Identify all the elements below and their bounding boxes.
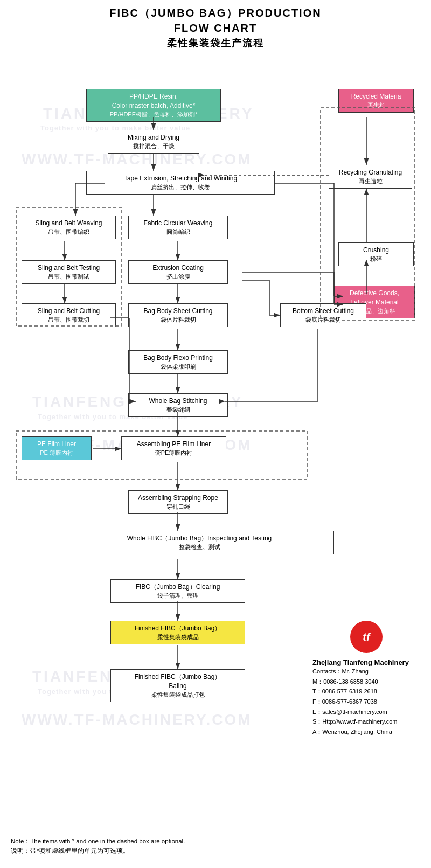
title-zh: 柔性集装袋生产流程 [11,37,420,50]
page: TIANFENG MACHINERY Together with you to … [0,0,431,867]
box-assembling-rope: Assembling Strapping Rope 穿扎口绳 [128,490,228,514]
title-section: FIBC（JUMBO BAG）PRODUCTION FLOW CHART 柔性集… [11,5,420,50]
contact-details: Contacts：Mr. Zhang M：0086-138 6858 3040 … [312,666,420,737]
box-whole-stitching: Whole Bag Stitching 整袋缝纫 [128,393,228,417]
box-assembling-pe: Assembling PE Film Liner 套PE薄膜内衬 [121,436,226,460]
flowchart: PP/HDPE Resin,Color master batch, Additi… [11,59,420,830]
box-finished-fibc: Finished FIBC（Jumbo Bag） 柔性集装袋成品 [110,621,245,644]
box-bottom-cutting: Bottom Sheet Cutting 袋底片料裁切 [280,303,366,327]
box-bag-body-cutting: Bag Body Sheet Cutting 袋体片料裁切 [128,303,228,327]
box-raw-material: PP/HDPE Resin,Color master batch, Additi… [86,89,221,122]
box-inspecting: Whole FIBC（Jumbo Bag）Inspecting and Test… [65,531,334,554]
box-mixing: Mixing and Drying 搅拌混合、干燥 [108,130,199,154]
box-crushing: Crushing 粉碎 [338,242,414,266]
box-sling-weaving: Sling and Belt Weaving 吊带、围带编织 [22,216,116,239]
contact-block: tf Zhejiang Tianfeng Machinery Contacts：… [312,621,420,737]
box-baling: Finished FIBC（Jumbo Bag）Baling 柔性集装袋成品打包 [110,669,245,702]
box-pe-film: PE Film Liner PE 薄膜内衬 [22,436,92,460]
box-fabric-circular: Fabric Circular Weaving 圆筒编织 [128,216,228,239]
box-recycled: Recycled Materia 再生料 [338,89,414,113]
box-extrusion-coating: Extrusion Coating 挤出涂膜 [128,260,228,284]
box-clearing: FIBC（Jumbo Bag）Clearing 袋子清理、整理 [110,579,245,603]
box-tape-extrusion: Tape Extrusion, Stretching and Winding 扁… [86,171,275,195]
box-bag-flexo: Bag Body Flexo Printing 袋体柔版印刷 [128,350,228,374]
title-en-line2: FLOW CHART [11,20,420,36]
box-sling-testing: Sling and Belt Testing 吊带、围带测试 [22,260,116,284]
logo: tf [350,621,383,653]
title-en-line1: FIBC（JUMBO BAG）PRODUCTION [11,5,420,20]
note-en: Note：The items with * and one in the das… [11,836,420,846]
note-zh: 说明：带*项和虚线框里的单元为可选项。 [11,846,420,856]
box-recycling-gran: Recycling Granulating 再生造粒 [329,165,412,189]
note-section: Note：The items with * and one in the das… [11,836,420,856]
company-name: Zhejiang Tianfeng Machinery [312,658,420,666]
box-sling-cutting: Sling and Belt Cutting 吊带、围带裁切 [22,303,116,327]
